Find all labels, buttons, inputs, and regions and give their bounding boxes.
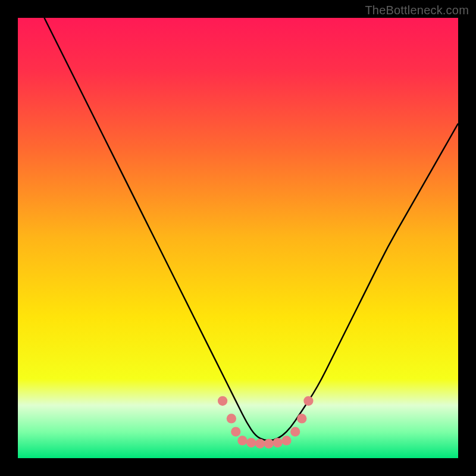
trough-marker	[231, 427, 240, 436]
trough-marker	[297, 414, 306, 423]
chart-frame: TheBottleneck.com	[0, 0, 476, 476]
watermark-text: TheBottleneck.com	[365, 4, 469, 17]
trough-marker	[246, 438, 256, 447]
trough-marker	[273, 438, 282, 447]
trough-marker	[264, 439, 274, 448]
trough-marker	[290, 427, 300, 436]
trough-marker	[237, 436, 247, 445]
plot-area	[18, 18, 458, 458]
trough-marker	[303, 396, 313, 406]
trough-marker	[227, 414, 236, 423]
plot-svg	[18, 18, 458, 458]
trough-marker	[255, 439, 265, 448]
trough-marker	[218, 396, 227, 406]
trough-marker	[281, 436, 291, 445]
